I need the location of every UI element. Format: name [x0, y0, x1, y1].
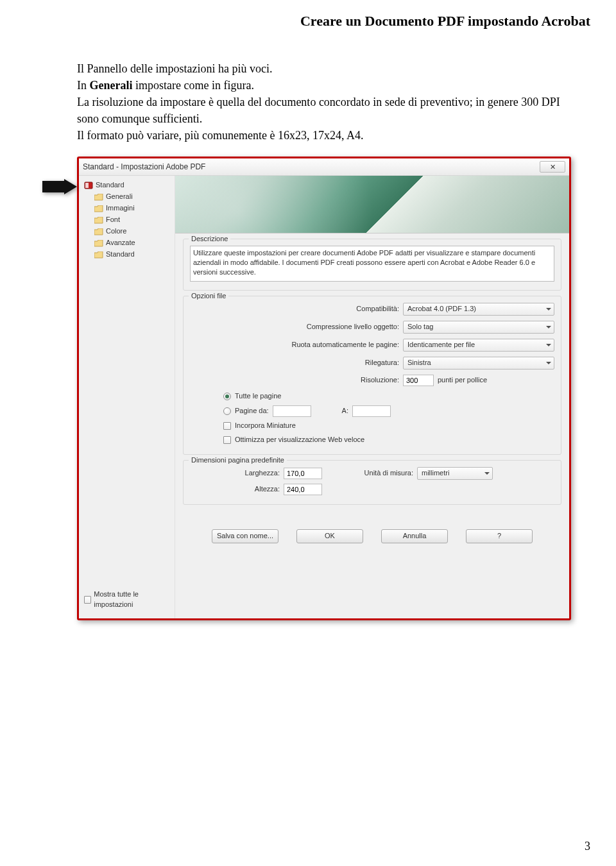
- compress-dropdown[interactable]: Solo tag: [403, 321, 554, 334]
- pages-from-label: Pagine da:: [235, 406, 269, 416]
- p2-bold: Generali: [90, 79, 133, 92]
- height-row: Altezza:: [190, 484, 554, 495]
- cancel-button[interactable]: Annulla: [381, 529, 448, 543]
- description-text[interactable]: Utilizzare queste impostazioni per crear…: [190, 246, 554, 282]
- chevron-down-icon: [484, 472, 490, 475]
- tree-root-label: Standard: [96, 180, 124, 191]
- paragraph-1: Il Pannello delle impostazioni ha più vo…: [77, 60, 584, 77]
- embed-thumb-checkbox[interactable]: [223, 422, 231, 430]
- close-button[interactable]: ✕: [540, 161, 565, 173]
- show-all-settings[interactable]: Mostra tutte le impostazioni: [83, 587, 175, 615]
- description-group: Descrizione Utilizzare queste impostazio…: [183, 239, 561, 291]
- embed-thumb-label: Incorpora Miniature: [235, 421, 296, 431]
- pages-from-input[interactable]: [273, 405, 311, 417]
- paragraph-4: Il formato può variare, più comunemente …: [77, 127, 584, 144]
- tree-item-label: Font: [106, 215, 120, 225]
- save-as-label: Salva con nome...: [217, 531, 273, 541]
- unit-dropdown[interactable]: millimetri: [417, 467, 493, 480]
- page-body: Il Pannello delle impostazioni ha più vo…: [0, 35, 616, 620]
- save-as-button[interactable]: Salva con nome...: [212, 529, 278, 543]
- close-icon: ✕: [550, 162, 556, 173]
- resolution-row: Risoluzione: punti per pollice: [190, 375, 554, 386]
- width-input[interactable]: [284, 468, 322, 479]
- fast-web-checkbox[interactable]: [223, 436, 231, 444]
- unit-value: millimetri: [422, 468, 449, 479]
- svg-rect-2: [85, 183, 89, 188]
- form-area: Descrizione Utilizzare queste impostazio…: [175, 233, 569, 505]
- show-all-label: Mostra tutte le impostazioni: [94, 590, 173, 610]
- chevron-down-icon: [546, 308, 551, 310]
- all-pages-radio[interactable]: [223, 393, 231, 400]
- tree-root[interactable]: Standard: [83, 180, 175, 191]
- paragraph-3: La risoluzione da impostare è quella del…: [77, 94, 584, 127]
- height-input[interactable]: [284, 484, 322, 495]
- compat-dropdown[interactable]: Acrobat 4.0 (PDF 1.3): [403, 303, 554, 316]
- width-label: Larghezza:: [190, 468, 280, 479]
- compress-value: Solo tag: [407, 322, 433, 332]
- all-pages-row[interactable]: Tutte le pagine: [190, 391, 554, 402]
- all-pages-label: Tutte le pagine: [235, 391, 281, 402]
- show-all-checkbox[interactable]: [84, 596, 91, 604]
- compat-value: Acrobat 4.0 (PDF 1.3): [407, 304, 476, 314]
- ok-button[interactable]: OK: [296, 529, 363, 543]
- compress-label: Compressione livello oggetto:: [236, 322, 399, 332]
- compat-label: Compatibilità:: [236, 304, 399, 314]
- tree-item-avanzate[interactable]: Avanzate: [83, 237, 175, 249]
- tree-item-immagini[interactable]: Immagini: [83, 203, 175, 214]
- width-row: Larghezza: Unità di misura: millimetri: [190, 467, 554, 480]
- chevron-down-icon: [546, 344, 551, 346]
- settings-tree: Standard Generali Immagini Font: [83, 180, 175, 260]
- tree-item-colore[interactable]: Colore: [83, 226, 175, 237]
- compat-row: Compatibilità: Acrobat 4.0 (PDF 1.3): [190, 303, 554, 316]
- pages-to-input[interactable]: [352, 405, 391, 417]
- cancel-label: Annulla: [403, 531, 427, 541]
- arrow-callout-icon: [42, 179, 77, 194]
- file-options-legend: Opzioni file: [189, 291, 228, 301]
- dialog-button-bar: Salva con nome... OK Annulla ?: [175, 510, 569, 551]
- fast-web-label: Ottimizza per visualizzazione Web veloce: [235, 435, 364, 445]
- folder-icon: [94, 194, 103, 201]
- folder-icon: [94, 205, 103, 212]
- rotate-label: Ruota automaticamente le pagine:: [236, 340, 399, 350]
- page-number: 3: [585, 840, 590, 853]
- svg-marker-0: [42, 179, 77, 194]
- rotate-dropdown[interactable]: Identicamente per file: [403, 339, 554, 352]
- dialog-window: Standard - Impostazioni Adobe PDF ✕ Stan…: [77, 157, 571, 620]
- tree-item-label: Colore: [106, 226, 126, 237]
- help-button[interactable]: ?: [466, 529, 533, 543]
- dialog-title: Standard - Impostazioni Adobe PDF: [83, 162, 205, 173]
- pages-from-radio[interactable]: [223, 407, 231, 415]
- page-header-title: Creare un Documento PDF impostando Acrob…: [0, 0, 616, 35]
- header-banner: [175, 176, 569, 233]
- tree-item-standard[interactable]: Standard: [83, 249, 175, 260]
- page-size-legend: Dimensioni pagina predefinite: [189, 455, 287, 466]
- fast-web-row[interactable]: Ottimizza per visualizzazione Web veloce: [190, 435, 554, 445]
- screenshot-container: Standard - Impostazioni Adobe PDF ✕ Stan…: [77, 157, 584, 620]
- paragraph-2: In Generali impostare come in figura.: [77, 77, 584, 94]
- resolution-unit: punti per pollice: [438, 375, 554, 386]
- dialog-titlebar[interactable]: Standard - Impostazioni Adobe PDF ✕: [79, 158, 569, 176]
- book-icon: [84, 182, 93, 189]
- sidebar: Standard Generali Immagini Font: [79, 176, 175, 618]
- dialog-body: Standard Generali Immagini Font: [79, 176, 569, 618]
- rotate-row: Ruota automaticamente le pagine: Identic…: [190, 339, 554, 352]
- rotate-value: Identicamente per file: [407, 340, 475, 350]
- tree-item-font[interactable]: Font: [83, 214, 175, 226]
- p2-prefix: In: [77, 79, 90, 92]
- help-label: ?: [497, 531, 501, 541]
- folder-icon: [94, 228, 103, 235]
- pages-from-row[interactable]: Pagine da: A:: [190, 405, 554, 417]
- unit-label: Unità di misura:: [349, 468, 413, 479]
- chevron-down-icon: [546, 326, 551, 328]
- pages-to-label: A:: [342, 406, 348, 416]
- tree-item-label: Standard: [106, 250, 135, 260]
- tree-item-generali[interactable]: Generali: [83, 191, 175, 203]
- height-label: Altezza:: [190, 484, 280, 495]
- chevron-down-icon: [546, 362, 551, 364]
- folder-icon: [94, 240, 103, 247]
- embed-thumb-row[interactable]: Incorpora Miniature: [190, 421, 554, 431]
- folder-icon: [94, 251, 103, 259]
- bind-label: Rilegatura:: [236, 358, 399, 368]
- resolution-input[interactable]: [403, 375, 434, 386]
- bind-dropdown[interactable]: Sinistra: [403, 357, 554, 369]
